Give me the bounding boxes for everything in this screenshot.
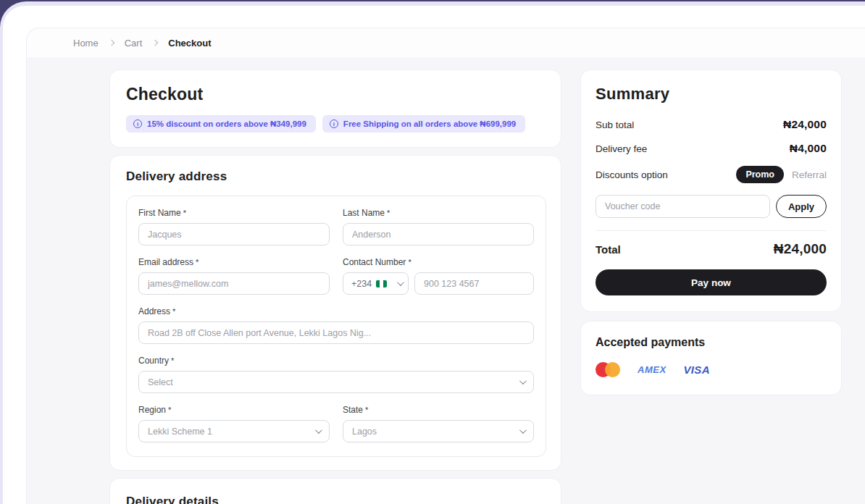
last-name-label: Last Name* [343, 208, 534, 218]
required-asterisk: * [365, 406, 368, 414]
state-select[interactable]: Lagos [343, 420, 534, 442]
free-shipping-badge: i Free Shipping on all orders above ₦699… [322, 115, 525, 133]
phone-input[interactable] [414, 272, 534, 295]
subtotal-row: Sub total ₦24,000 [596, 118, 827, 131]
dial-code: +234 [351, 279, 372, 289]
delivery-details-card: Delivery details [109, 478, 561, 504]
required-asterisk: * [172, 307, 175, 316]
chevron-down-icon [397, 279, 404, 286]
total-value: ₦24,000 [774, 241, 827, 257]
required-asterisk: * [171, 356, 174, 365]
required-asterisk: * [196, 258, 199, 266]
address-field-group: Address* [138, 306, 534, 344]
delivery-fee-row: Delivery fee ₦4,000 [596, 142, 827, 155]
promo-toggle-button[interactable]: Promo [736, 166, 784, 183]
total-row: Total ₦24,000 [596, 241, 827, 257]
breadcrumb-home[interactable]: Home [73, 38, 99, 49]
contact-label: Contact Number* [343, 257, 534, 267]
first-name-label: First Name* [138, 208, 330, 218]
required-asterisk: * [183, 209, 186, 217]
info-icon: i [133, 119, 142, 128]
amex-icon: AMEX [638, 364, 666, 375]
promo-badges: i 15% discount on orders above ₦349,999 … [126, 115, 546, 133]
email-field-group: Email address* [138, 257, 330, 295]
country-select-value: Select [148, 377, 173, 387]
delivery-address-title: Delivery address [126, 169, 546, 184]
region-select[interactable]: Lekki Scheme 1 [138, 420, 330, 442]
visa-icon: VISA [684, 364, 710, 376]
region-select-value: Lekki Scheme 1 [148, 427, 212, 437]
state-field-group: State* Lagos [343, 405, 534, 442]
country-field-group: Country* Select [138, 356, 534, 393]
contact-field-group: Contact Number* +234 [343, 257, 534, 295]
voucher-row: Apply [596, 195, 827, 218]
email-label: Email address* [138, 257, 330, 267]
discount-badge: i 15% discount on orders above ₦349,999 [126, 115, 316, 133]
country-label: Country* [138, 356, 534, 366]
checkout-header-card: Checkout i 15% discount on orders above … [109, 70, 561, 148]
discounts-option-row: Discounts option Promo Referral [596, 166, 827, 183]
checkout-main-column: Checkout i 15% discount on orders above … [109, 70, 561, 504]
breadcrumb-checkout: Checkout [168, 38, 211, 49]
last-name-input[interactable] [343, 223, 534, 245]
required-asterisk: * [387, 209, 390, 217]
breadcrumb-cart[interactable]: Cart [125, 38, 143, 49]
checkout-sidebar: Summary Sub total ₦24,000 Delivery fee ₦… [580, 70, 842, 504]
chevron-down-icon [519, 377, 527, 385]
email-input[interactable] [138, 272, 330, 295]
summary-title: Summary [596, 85, 827, 104]
accepted-payments-title: Accepted payments [596, 336, 827, 349]
pay-now-button[interactable]: Pay now [596, 269, 827, 295]
discount-badge-text: 15% discount on orders above ₦349,999 [147, 119, 306, 128]
delivery-details-title: Delivery details [126, 495, 545, 504]
required-asterisk: * [408, 258, 411, 266]
last-name-field-group: Last Name* [343, 208, 534, 245]
state-label: State* [343, 405, 534, 415]
discounts-option-label: Discounts option [596, 169, 668, 180]
total-label: Total [596, 243, 621, 256]
country-select[interactable]: Select [138, 371, 534, 393]
accepted-payments-card: Accepted payments AMEX VISA [580, 321, 842, 395]
state-select-value: Lagos [352, 427, 377, 437]
nigeria-flag-icon [376, 280, 387, 287]
delivery-address-form: First Name* Last Name* Email address* [126, 196, 546, 457]
region-field-group: Region* Lekki Scheme 1 [138, 405, 330, 442]
apply-voucher-button[interactable]: Apply [776, 195, 827, 218]
address-input[interactable] [138, 322, 534, 344]
address-label: Address* [138, 306, 534, 316]
summary-divider [596, 230, 827, 231]
breadcrumb: Home Cart Checkout [27, 28, 865, 57]
page-content: Home Cart Checkout Checkout i 15% discou… [26, 28, 865, 504]
chevron-down-icon [519, 427, 527, 434]
delivery-address-card: Delivery address First Name* Last Name* [109, 155, 561, 471]
summary-card: Summary Sub total ₦24,000 Delivery fee ₦… [580, 70, 842, 312]
free-shipping-badge-text: Free Shipping on all orders above ₦699,9… [343, 119, 516, 128]
payment-method-icons: AMEX VISA [596, 362, 827, 377]
first-name-input[interactable] [138, 223, 330, 245]
subtotal-label: Sub total [596, 119, 634, 130]
mastercard-icon [596, 362, 620, 377]
referral-toggle[interactable]: Referral [792, 169, 827, 180]
region-label: Region* [138, 405, 330, 415]
delivery-fee-label: Delivery fee [596, 143, 647, 154]
delivery-fee-value: ₦4,000 [790, 142, 827, 155]
subtotal-value: ₦24,000 [783, 118, 827, 131]
page-title: Checkout [126, 85, 546, 104]
info-icon: i [330, 119, 338, 128]
chevron-right-icon [152, 40, 158, 46]
first-name-field-group: First Name* [138, 208, 330, 245]
chevron-down-icon [315, 427, 322, 434]
chevron-right-icon [108, 40, 114, 46]
country-code-dropdown[interactable]: +234 [343, 272, 409, 295]
required-asterisk: * [168, 406, 171, 414]
voucher-code-input[interactable] [596, 195, 770, 218]
